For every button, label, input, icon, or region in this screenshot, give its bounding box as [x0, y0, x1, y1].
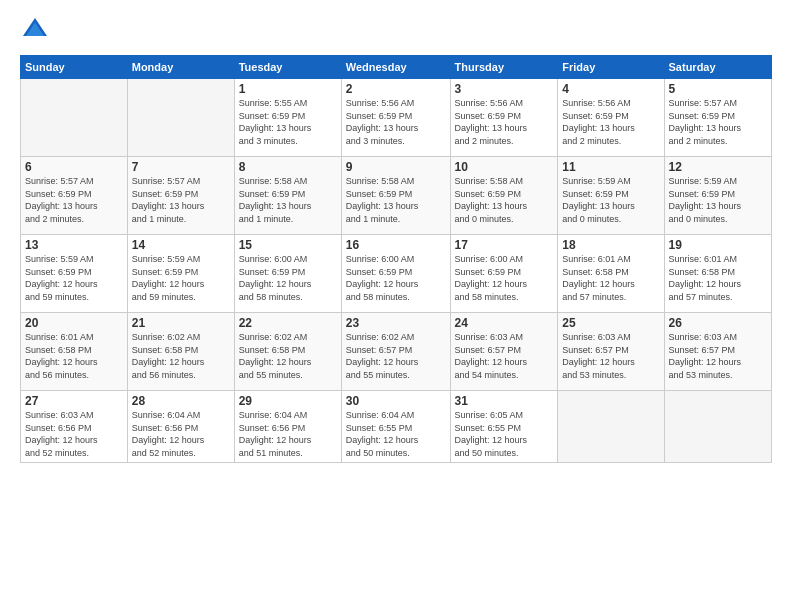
day-detail: Sunrise: 5:55 AM Sunset: 6:59 PM Dayligh…	[239, 97, 337, 147]
calendar-cell: 6Sunrise: 5:57 AM Sunset: 6:59 PM Daylig…	[21, 157, 128, 235]
day-detail: Sunrise: 6:00 AM Sunset: 6:59 PM Dayligh…	[346, 253, 446, 303]
day-number: 20	[25, 316, 123, 330]
day-detail: Sunrise: 6:01 AM Sunset: 6:58 PM Dayligh…	[25, 331, 123, 381]
day-number: 30	[346, 394, 446, 408]
calendar-cell: 2Sunrise: 5:56 AM Sunset: 6:59 PM Daylig…	[341, 79, 450, 157]
calendar-week-2: 6Sunrise: 5:57 AM Sunset: 6:59 PM Daylig…	[21, 157, 772, 235]
day-number: 14	[132, 238, 230, 252]
day-number: 16	[346, 238, 446, 252]
day-detail: Sunrise: 6:02 AM Sunset: 6:58 PM Dayligh…	[132, 331, 230, 381]
day-detail: Sunrise: 5:57 AM Sunset: 6:59 PM Dayligh…	[25, 175, 123, 225]
day-detail: Sunrise: 5:56 AM Sunset: 6:59 PM Dayligh…	[455, 97, 554, 147]
calendar-table: SundayMondayTuesdayWednesdayThursdayFrid…	[20, 55, 772, 463]
calendar-week-5: 27Sunrise: 6:03 AM Sunset: 6:56 PM Dayli…	[21, 391, 772, 463]
calendar-cell: 16Sunrise: 6:00 AM Sunset: 6:59 PM Dayli…	[341, 235, 450, 313]
day-detail: Sunrise: 6:05 AM Sunset: 6:55 PM Dayligh…	[455, 409, 554, 459]
page: SundayMondayTuesdayWednesdayThursdayFrid…	[0, 0, 792, 612]
day-number: 2	[346, 82, 446, 96]
calendar-cell: 19Sunrise: 6:01 AM Sunset: 6:58 PM Dayli…	[664, 235, 771, 313]
calendar-cell: 27Sunrise: 6:03 AM Sunset: 6:56 PM Dayli…	[21, 391, 128, 463]
calendar-cell: 29Sunrise: 6:04 AM Sunset: 6:56 PM Dayli…	[234, 391, 341, 463]
calendar-week-3: 13Sunrise: 5:59 AM Sunset: 6:59 PM Dayli…	[21, 235, 772, 313]
calendar-cell: 22Sunrise: 6:02 AM Sunset: 6:58 PM Dayli…	[234, 313, 341, 391]
calendar-cell: 12Sunrise: 5:59 AM Sunset: 6:59 PM Dayli…	[664, 157, 771, 235]
calendar-cell: 15Sunrise: 6:00 AM Sunset: 6:59 PM Dayli…	[234, 235, 341, 313]
calendar-cell: 21Sunrise: 6:02 AM Sunset: 6:58 PM Dayli…	[127, 313, 234, 391]
header	[20, 15, 772, 45]
weekday-header-sunday: Sunday	[21, 56, 128, 79]
calendar-cell: 9Sunrise: 5:58 AM Sunset: 6:59 PM Daylig…	[341, 157, 450, 235]
day-number: 27	[25, 394, 123, 408]
day-number: 31	[455, 394, 554, 408]
day-detail: Sunrise: 6:01 AM Sunset: 6:58 PM Dayligh…	[562, 253, 659, 303]
calendar-cell: 14Sunrise: 5:59 AM Sunset: 6:59 PM Dayli…	[127, 235, 234, 313]
day-detail: Sunrise: 6:00 AM Sunset: 6:59 PM Dayligh…	[455, 253, 554, 303]
day-detail: Sunrise: 5:59 AM Sunset: 6:59 PM Dayligh…	[562, 175, 659, 225]
day-number: 18	[562, 238, 659, 252]
day-detail: Sunrise: 6:03 AM Sunset: 6:56 PM Dayligh…	[25, 409, 123, 459]
calendar-cell	[558, 391, 664, 463]
calendar-cell: 26Sunrise: 6:03 AM Sunset: 6:57 PM Dayli…	[664, 313, 771, 391]
logo	[20, 15, 54, 45]
calendar-cell: 5Sunrise: 5:57 AM Sunset: 6:59 PM Daylig…	[664, 79, 771, 157]
day-detail: Sunrise: 5:58 AM Sunset: 6:59 PM Dayligh…	[239, 175, 337, 225]
calendar-cell	[127, 79, 234, 157]
calendar-week-4: 20Sunrise: 6:01 AM Sunset: 6:58 PM Dayli…	[21, 313, 772, 391]
calendar-cell: 20Sunrise: 6:01 AM Sunset: 6:58 PM Dayli…	[21, 313, 128, 391]
day-number: 13	[25, 238, 123, 252]
day-number: 11	[562, 160, 659, 174]
day-detail: Sunrise: 6:04 AM Sunset: 6:56 PM Dayligh…	[239, 409, 337, 459]
day-detail: Sunrise: 5:56 AM Sunset: 6:59 PM Dayligh…	[562, 97, 659, 147]
day-detail: Sunrise: 5:58 AM Sunset: 6:59 PM Dayligh…	[455, 175, 554, 225]
day-detail: Sunrise: 6:01 AM Sunset: 6:58 PM Dayligh…	[669, 253, 767, 303]
day-detail: Sunrise: 6:00 AM Sunset: 6:59 PM Dayligh…	[239, 253, 337, 303]
calendar-cell: 17Sunrise: 6:00 AM Sunset: 6:59 PM Dayli…	[450, 235, 558, 313]
day-number: 6	[25, 160, 123, 174]
calendar-week-1: 1Sunrise: 5:55 AM Sunset: 6:59 PM Daylig…	[21, 79, 772, 157]
day-number: 1	[239, 82, 337, 96]
day-number: 24	[455, 316, 554, 330]
day-detail: Sunrise: 5:57 AM Sunset: 6:59 PM Dayligh…	[132, 175, 230, 225]
day-number: 5	[669, 82, 767, 96]
calendar-cell: 30Sunrise: 6:04 AM Sunset: 6:55 PM Dayli…	[341, 391, 450, 463]
day-detail: Sunrise: 5:57 AM Sunset: 6:59 PM Dayligh…	[669, 97, 767, 147]
calendar-cell: 8Sunrise: 5:58 AM Sunset: 6:59 PM Daylig…	[234, 157, 341, 235]
calendar-cell: 1Sunrise: 5:55 AM Sunset: 6:59 PM Daylig…	[234, 79, 341, 157]
day-number: 19	[669, 238, 767, 252]
day-number: 22	[239, 316, 337, 330]
calendar-cell: 28Sunrise: 6:04 AM Sunset: 6:56 PM Dayli…	[127, 391, 234, 463]
day-detail: Sunrise: 6:03 AM Sunset: 6:57 PM Dayligh…	[669, 331, 767, 381]
day-detail: Sunrise: 5:58 AM Sunset: 6:59 PM Dayligh…	[346, 175, 446, 225]
weekday-header-friday: Friday	[558, 56, 664, 79]
weekday-header-saturday: Saturday	[664, 56, 771, 79]
day-detail: Sunrise: 6:04 AM Sunset: 6:55 PM Dayligh…	[346, 409, 446, 459]
day-detail: Sunrise: 5:59 AM Sunset: 6:59 PM Dayligh…	[132, 253, 230, 303]
day-detail: Sunrise: 5:59 AM Sunset: 6:59 PM Dayligh…	[25, 253, 123, 303]
calendar-cell: 3Sunrise: 5:56 AM Sunset: 6:59 PM Daylig…	[450, 79, 558, 157]
day-number: 17	[455, 238, 554, 252]
calendar-cell: 23Sunrise: 6:02 AM Sunset: 6:57 PM Dayli…	[341, 313, 450, 391]
day-detail: Sunrise: 6:02 AM Sunset: 6:57 PM Dayligh…	[346, 331, 446, 381]
calendar-cell: 18Sunrise: 6:01 AM Sunset: 6:58 PM Dayli…	[558, 235, 664, 313]
calendar-cell	[664, 391, 771, 463]
calendar-cell: 13Sunrise: 5:59 AM Sunset: 6:59 PM Dayli…	[21, 235, 128, 313]
logo-icon	[20, 15, 50, 45]
day-detail: Sunrise: 6:03 AM Sunset: 6:57 PM Dayligh…	[562, 331, 659, 381]
day-number: 8	[239, 160, 337, 174]
day-number: 25	[562, 316, 659, 330]
calendar-cell: 4Sunrise: 5:56 AM Sunset: 6:59 PM Daylig…	[558, 79, 664, 157]
day-number: 28	[132, 394, 230, 408]
calendar-cell: 10Sunrise: 5:58 AM Sunset: 6:59 PM Dayli…	[450, 157, 558, 235]
weekday-header-tuesday: Tuesday	[234, 56, 341, 79]
day-detail: Sunrise: 5:56 AM Sunset: 6:59 PM Dayligh…	[346, 97, 446, 147]
day-number: 26	[669, 316, 767, 330]
day-number: 10	[455, 160, 554, 174]
day-number: 3	[455, 82, 554, 96]
calendar-cell	[21, 79, 128, 157]
weekday-header-wednesday: Wednesday	[341, 56, 450, 79]
day-detail: Sunrise: 6:03 AM Sunset: 6:57 PM Dayligh…	[455, 331, 554, 381]
day-number: 29	[239, 394, 337, 408]
day-detail: Sunrise: 5:59 AM Sunset: 6:59 PM Dayligh…	[669, 175, 767, 225]
day-number: 21	[132, 316, 230, 330]
day-number: 15	[239, 238, 337, 252]
